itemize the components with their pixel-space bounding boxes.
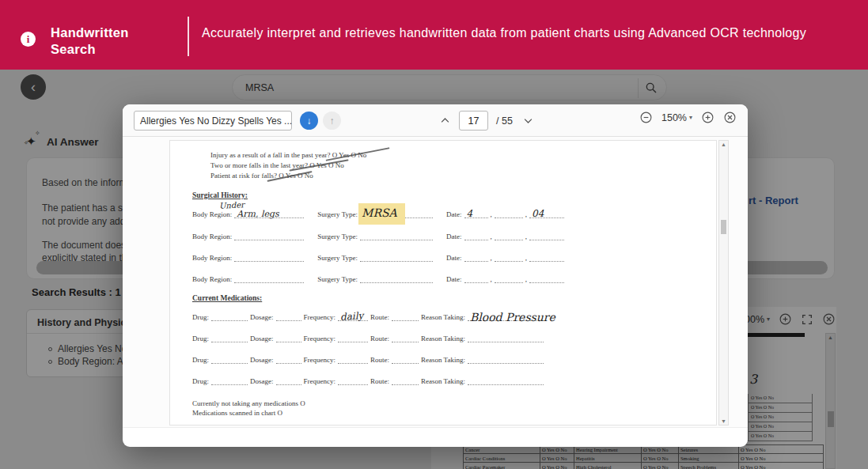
current-medications-heading: Current Medications: xyxy=(192,294,262,302)
field-label: Body Region: xyxy=(192,210,232,218)
field-label: Surgery Type: xyxy=(317,210,358,218)
chevron-up-icon xyxy=(439,115,451,127)
field-label: Dosage: xyxy=(250,313,274,321)
handwritten-value: Blood Pressure xyxy=(470,311,555,323)
field-label: Reason Taking: xyxy=(421,356,465,364)
surgical-history-heading: Surgical History: xyxy=(192,191,248,199)
pdf-scrollbar[interactable]: ▲ ▼ xyxy=(718,140,729,426)
field-label: Drug: xyxy=(192,335,209,342)
pdf-viewer: Injury as a result of a fall in the past… xyxy=(123,137,748,428)
app-description: Accurately interpret and retrieves handw… xyxy=(202,24,866,42)
medication-row: Drug: Dosage: Frequency: daily Route: Re… xyxy=(192,313,684,321)
info-icon: i xyxy=(21,32,36,47)
toolbar-left-group: Allergies Yes No Dizzy Spells Yes ... ↓ … xyxy=(134,111,341,130)
handwritten-value: 04 xyxy=(532,208,544,219)
find-next-button[interactable]: ↓ xyxy=(300,112,318,130)
field-label: Body Region: xyxy=(192,275,232,283)
form-question: Two or more falls in the last year? O Ye… xyxy=(210,161,344,169)
scroll-down-icon[interactable]: ▼ xyxy=(721,418,726,424)
field-label: Reason Taking: xyxy=(421,335,465,342)
comma: , xyxy=(525,210,527,218)
field-label: Surgery Type: xyxy=(317,275,358,283)
banner-divider xyxy=(188,17,189,56)
field-blank: Blood Pressure xyxy=(468,313,544,321)
field-label: Drug: xyxy=(192,313,209,321)
field-label: Frequency: xyxy=(304,377,336,385)
pdf-page: Injury as a result of a fall in the past… xyxy=(169,140,717,426)
search-highlight: MRSA xyxy=(358,203,405,225)
minus-circle-icon xyxy=(639,111,653,124)
document-modal: Allergies Yes No Dizzy Spells Yes ... ↓ … xyxy=(123,104,748,447)
medication-row: Drug: Dosage: Frequency: Route: Reason T… xyxy=(192,335,684,342)
form-footer-line: Medications scanned in chart O xyxy=(192,409,282,417)
field-label: Body Region: xyxy=(192,254,232,262)
surgical-row: Body Region: Surgery Type: Date:,, xyxy=(192,233,684,240)
field-label: Date: xyxy=(446,254,462,262)
field-blank: Arm, legs xyxy=(234,210,304,218)
field-label: Date: xyxy=(446,233,462,240)
dropdown-value: Allergies Yes No Dizzy Spells Yes ... xyxy=(140,115,292,127)
field-blank: MRSA xyxy=(360,210,433,218)
field-blank: 4 xyxy=(464,210,488,218)
field-blank xyxy=(495,210,523,218)
scrollbar-thumb[interactable] xyxy=(721,220,726,234)
modal-toolbar: Allergies Yes No Dizzy Spells Yes ... ↓ … xyxy=(123,104,748,137)
zoom-value: 150% xyxy=(661,112,687,123)
page-total-label: / 55 xyxy=(496,115,513,127)
previous-page-button[interactable] xyxy=(439,115,451,127)
field-label: Body Region: xyxy=(192,233,232,240)
field-label: Dosage: xyxy=(250,377,274,385)
comma: , xyxy=(491,210,492,218)
field-label: Dosage: xyxy=(250,356,274,364)
find-previous-button[interactable]: ↑ xyxy=(323,112,341,130)
field-label: Date: xyxy=(446,210,462,218)
field-blank: daily xyxy=(338,313,368,321)
toolbar-right-group: 150% ▾ xyxy=(639,111,737,124)
close-modal-button[interactable] xyxy=(723,111,737,124)
field-label: Frequency: xyxy=(304,313,336,321)
arrow-up-icon: ↑ xyxy=(330,115,335,127)
field-label: Drug: xyxy=(192,377,209,385)
comma: , xyxy=(525,233,527,240)
medication-row: Drug: Dosage: Frequency: Route: Reason T… xyxy=(192,377,684,385)
field-label: Drug: xyxy=(192,356,209,364)
form-question: Patient at risk for falls? O Yes O No xyxy=(210,172,313,180)
field-label: Route: xyxy=(370,356,389,364)
app-banner: i Handwritten Search Accurately interpre… xyxy=(0,0,868,70)
field-label: Reason Taking: xyxy=(421,313,465,321)
page-navigation: / 55 xyxy=(439,111,534,130)
info-glyph: i xyxy=(27,33,30,46)
caret-down-icon: ▾ xyxy=(689,114,692,121)
zoom-in-button[interactable] xyxy=(701,111,714,124)
field-label: Surgery Type: xyxy=(317,254,358,262)
zoom-out-button[interactable] xyxy=(639,111,653,124)
page-number-input[interactable] xyxy=(459,111,488,130)
plus-circle-icon xyxy=(701,111,714,124)
field-label: Frequency: xyxy=(304,356,336,364)
handwritten-value: MRSA xyxy=(362,206,397,219)
surgical-row: Body Region: Surgery Type: Date:,, xyxy=(192,275,684,283)
field-label: Reason Taking: xyxy=(421,377,465,385)
field-blank: 04 xyxy=(529,210,564,218)
comma: , xyxy=(491,275,492,283)
medication-row: Drug: Dosage: Frequency: Route: Reason T… xyxy=(192,356,684,364)
surgical-row: Body Region: Surgery Type: Date:,, xyxy=(192,254,684,262)
search-terms-dropdown[interactable]: Allergies Yes No Dizzy Spells Yes ... xyxy=(134,111,292,130)
comma: , xyxy=(525,254,527,262)
handwritten-value: 4 xyxy=(467,208,473,219)
comma: , xyxy=(525,275,527,283)
zoom-level-dropdown[interactable]: 150% ▾ xyxy=(661,112,692,123)
field-label: Date: xyxy=(446,275,462,283)
next-page-button[interactable] xyxy=(522,115,534,127)
handwritten-value: Arm, legs xyxy=(237,209,279,219)
field-label: Frequency: xyxy=(304,335,336,342)
scroll-up-icon[interactable]: ▲ xyxy=(721,142,726,147)
surgical-row: Body Region: Arm, legs Surgery Type: MRS… xyxy=(192,210,684,218)
handwritten-value: daily xyxy=(340,310,364,323)
field-label: Route: xyxy=(370,313,389,321)
field-label: Surgery Type: xyxy=(317,233,358,240)
field-label: Route: xyxy=(370,335,389,342)
close-circle-icon xyxy=(723,111,737,124)
app-title: Handwritten Search xyxy=(51,25,165,58)
comma: , xyxy=(491,233,492,240)
